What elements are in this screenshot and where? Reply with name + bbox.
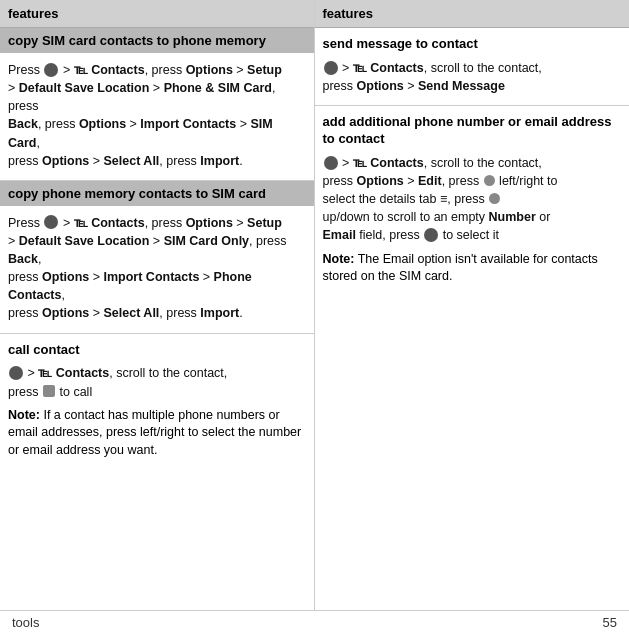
contacts-label-3: ℡ Contacts (38, 366, 109, 380)
send-message-title: send message to contact (323, 36, 622, 53)
options-label-4: Options (186, 216, 233, 230)
section-copy-sim-to-phone: copy SIM card contacts to phone memory P… (0, 28, 314, 181)
import-contacts-label-2: Import Contacts (104, 270, 200, 284)
import-label-2: Import (200, 306, 239, 320)
section-copy-sim-to-phone-title: copy SIM card contacts to phone memory (0, 28, 314, 53)
contacts-label-2: ℡ Contacts (74, 216, 145, 230)
center-key-icon-2 (44, 215, 58, 229)
options-label-7: Options (357, 79, 404, 93)
center-key-icon-6 (424, 228, 438, 242)
email-label: Email (323, 228, 356, 242)
import-contacts-label-1: Import Contacts (140, 117, 236, 131)
select-all-label-1: Select All (104, 154, 160, 168)
tab-icon: ≡ (440, 192, 447, 206)
page-container: features copy SIM card contacts to phone… (0, 0, 629, 634)
left-column: features copy SIM card contacts to phone… (0, 0, 315, 634)
send-message-body: > ℡ Contacts, scroll to the contact, pre… (323, 59, 622, 95)
options-label-6: Options (42, 306, 89, 320)
center-key-icon (44, 63, 58, 77)
number-label: Number (489, 210, 536, 224)
import-label-1: Import (200, 154, 239, 168)
section-copy-phone-to-sim-body: Press > ℡ Contacts, press Options > Setu… (8, 214, 306, 323)
setup-label-1: Setup (247, 63, 282, 77)
nav-icon-3 (489, 193, 500, 204)
center-key-icon-3 (9, 366, 23, 380)
add-number-note: Note: The Email option isn't available f… (323, 251, 622, 286)
add-number-email-body: > ℡ Contacts, scroll to the contact, pre… (323, 154, 622, 245)
nav-icon-2 (484, 175, 495, 186)
section-send-message: send message to contact > ℡ Contacts, sc… (315, 28, 630, 106)
footer-left: tools (12, 615, 39, 630)
options-label-1: Options (186, 63, 233, 77)
footer-right: 55 (603, 615, 617, 630)
call-contact-title: call contact (8, 342, 306, 359)
contacts-label-1: ℡ Contacts (74, 63, 145, 77)
section-call-contact: call contact > ℡ Contacts, scroll to the… (0, 334, 314, 635)
setup-label-2: Setup (247, 216, 282, 230)
right-column: features send message to contact > ℡ Con… (315, 0, 630, 634)
edit-label: Edit (418, 174, 442, 188)
call-contact-body: > ℡ Contacts, scroll to the contact, pre… (8, 364, 306, 400)
options-label-8: Options (357, 174, 404, 188)
add-number-email-title: add additional phone number or email add… (323, 114, 622, 148)
call-icon (43, 385, 55, 397)
contacts-label-4: ℡ Contacts (353, 61, 424, 75)
right-column-header: features (315, 0, 630, 28)
simcard-only-label: SIM Card Only (164, 234, 249, 248)
back-label-1: Back (8, 117, 38, 131)
section-copy-phone-to-sim-title: copy phone memory contacts to SIM card (0, 181, 314, 206)
options-label-3: Options (42, 154, 89, 168)
center-key-icon-4 (324, 61, 338, 75)
options-label-5: Options (42, 270, 89, 284)
email-note-label: Email (383, 252, 414, 266)
default-save-label-1: Default Save Location (19, 81, 150, 95)
section-copy-sim-to-phone-body: Press > ℡ Contacts, press Options > Setu… (8, 61, 306, 170)
section-copy-phone-to-sim: copy phone memory contacts to SIM card P… (0, 181, 314, 334)
select-all-label-2: Select All (104, 306, 160, 320)
back-label-2: Back (8, 252, 38, 266)
call-contact-note: Note: If a contact has multiple phone nu… (8, 407, 306, 460)
center-key-icon-5 (324, 156, 338, 170)
left-column-header: features (0, 0, 314, 28)
note-label-2: Note: (323, 252, 355, 266)
options-label-2: Options (79, 117, 126, 131)
note-label-1: Note: (8, 408, 40, 422)
phone-simcard-label: Phone & SIM Card (164, 81, 272, 95)
contacts-label-5: ℡ Contacts (353, 156, 424, 170)
default-save-label-2: Default Save Location (19, 234, 150, 248)
send-message-label: Send Message (418, 79, 505, 93)
section-add-number-email: add additional phone number or email add… (315, 106, 630, 634)
footer: tools 55 (0, 610, 629, 634)
